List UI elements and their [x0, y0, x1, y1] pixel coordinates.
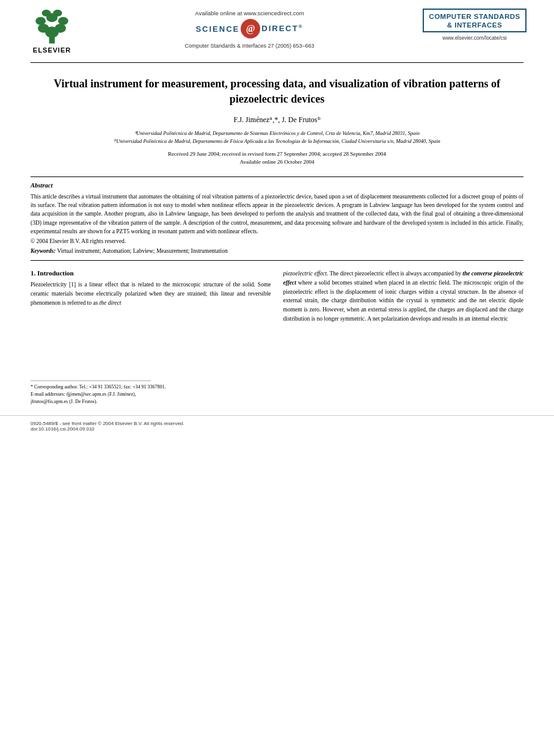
footnote-divider [31, 380, 151, 381]
journal-badge-sub: & INTERFACES [428, 21, 522, 29]
right-column: piezoelectric effect. The direct piezoel… [283, 269, 524, 405]
journal-citation: Computer Standards & Interfaces 27 (2005… [184, 43, 314, 49]
elsevier-tree-icon [31, 9, 73, 45]
science-text: SCIENCE [195, 24, 239, 34]
sciencedirect-block: Available online at www.sciencedirect.co… [79, 9, 420, 49]
two-column-body: 1. Introduction Piezoelectricity [1] is … [31, 269, 523, 405]
svg-point-5 [58, 17, 68, 25]
elsevier-label: ELSEVIER [33, 46, 71, 54]
svg-point-7 [42, 10, 51, 16]
section1-text1: Piezoelectricity [31, 282, 69, 288]
affiliations: ᵃUniversidad Politécnica de Madrid, Depa… [31, 129, 523, 145]
keywords-values: Virtual instrument; Automation; Labview;… [57, 248, 227, 254]
section1-number: 1. [31, 269, 35, 277]
keywords-line: Keywords: Virtual instrument; Automation… [31, 248, 523, 254]
abstract-title: Abstract [31, 182, 523, 189]
copyright: © 2004 Elsevier B.V. All rights reserved… [31, 238, 523, 244]
issn-doi: 0920-5489/$ - see front matter © 2004 El… [31, 421, 184, 432]
sd-circle-icon: @ [241, 19, 260, 38]
footnote-email2: jfrutos@fis.upm.es (J. De Frutos). [31, 398, 271, 405]
footnote-email1: E-mail addresses: fjjimen@sec.upm.es (F.… [31, 391, 271, 398]
authors: F.J. Jiménezᵃ,*, J. De Frutosᵇ [31, 115, 523, 125]
header: ELSEVIER Available online at www.science… [0, 0, 554, 56]
received-line: Received 29 June 2004; received in revis… [31, 150, 523, 159]
section1-body-right: piezoelectric effect. The direct piezoel… [283, 269, 524, 323]
svg-point-2 [38, 24, 49, 33]
journal-badge: COMPUTER STANDARDS & INTERFACES [423, 9, 527, 32]
available-online-article: Available online 26 October 2004 [31, 158, 523, 167]
journal-url: www.elsevier.com/locate/csi [442, 35, 506, 41]
direct-text-italic: the direct [100, 300, 122, 306]
abstract-top-divider [31, 176, 523, 177]
article-title: Virtual instrument for measurement, proc… [31, 76, 523, 107]
affiliation-b: ᵇUniversidad Politécnica de Madrid, Depa… [31, 137, 523, 145]
issn-line: 0920-5489/$ - see front matter © 2004 El… [31, 421, 184, 426]
author-names: F.J. Jiménezᵃ,*, J. De Frutosᵇ [233, 115, 320, 124]
left-column: 1. Introduction Piezoelectricity [1] is … [31, 269, 271, 405]
affiliation-a: ᵃUniversidad Politécnica de Madrid, Depa… [31, 129, 523, 137]
section1-heading: 1. Introduction [31, 269, 271, 277]
body-top-divider [31, 260, 523, 261]
svg-point-4 [35, 17, 46, 25]
footnote-corresponding: * Corresponding author. Tel.: +34 91 336… [31, 383, 271, 391]
article-content: Virtual instrument for measurement, proc… [0, 62, 554, 405]
section1-title: Introduction [37, 269, 74, 277]
available-online-text: Available online at www.sciencedirect.co… [195, 10, 304, 16]
section1-body-left: Piezoelectricity [1] is a linear effect … [31, 280, 271, 307]
direct-text: DIRECT® [261, 24, 303, 33]
svg-point-3 [55, 24, 66, 33]
doi-line: doi:10.1016/j.csi.2004.09.010 [31, 426, 184, 432]
right-text1: . The direct piezoelectric effect is alw… [327, 271, 462, 277]
section1-para-right: piezoelectric effect. The direct piezoel… [283, 269, 524, 323]
keywords-label: Keywords: [31, 248, 56, 254]
journal-badge-block: COMPUTER STANDARDS & INTERFACES www.else… [420, 9, 530, 41]
piezoelectric-effect-italic: piezoelectric effect [283, 271, 327, 277]
direct-label: DIRECT [261, 24, 298, 34]
registered-icon: ® [299, 24, 304, 29]
header-divider [31, 62, 523, 63]
footnote-area: * Corresponding author. Tel.: +34 91 336… [31, 380, 271, 405]
right-text2: where a solid becomes strained when plac… [283, 280, 524, 322]
received-dates: Received 29 June 2004; received in revis… [31, 150, 523, 167]
bottom-bar: 0920-5489/$ - see front matter © 2004 El… [0, 415, 554, 437]
elsevier-logo: ELSEVIER [24, 9, 79, 54]
section1-para1: Piezoelectricity [1] is a linear effect … [31, 280, 271, 307]
svg-point-8 [53, 10, 62, 16]
sciencedirect-logo: SCIENCE @ DIRECT® [195, 19, 303, 38]
abstract-section: Abstract This article describes a virtua… [31, 182, 523, 254]
journal-badge-title: COMPUTER STANDARDS [428, 12, 522, 21]
header-top: ELSEVIER Available online at www.science… [24, 9, 530, 54]
page: ELSEVIER Available online at www.science… [0, 0, 554, 756]
ref-1: [1] [69, 282, 76, 288]
abstract-text: This article describes a virtual instrum… [31, 192, 523, 236]
